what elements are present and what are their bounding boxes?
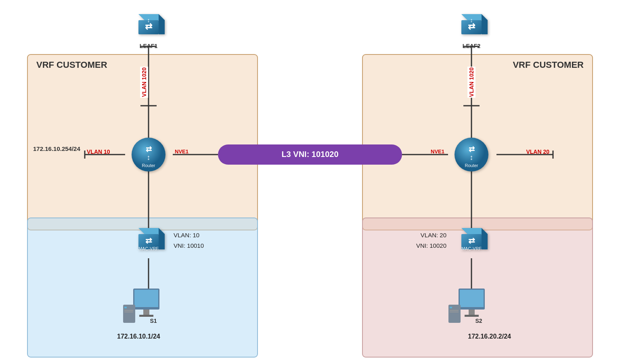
left-router-node: ⇄ ↕ Router <box>128 136 169 174</box>
right-vrf-label: VRF CUSTOMER <box>513 60 584 70</box>
svg-text:S1: S1 <box>150 318 157 324</box>
svg-text:⇄: ⇄ <box>146 145 152 153</box>
left-vlan10-label: VLAN 10 <box>87 149 110 155</box>
svg-text:Router: Router <box>142 163 155 168</box>
svg-text:L3 VNI: 101020: L3 VNI: 101020 <box>281 150 338 159</box>
svg-text:⇄: ⇄ <box>145 236 152 245</box>
leaf1-label: LEAF1 <box>128 43 169 49</box>
diagram-container: L3 VNI: 101020 ⇄ ↕ LEAF1 <box>0 0 620 364</box>
left-nve-label: NVE1 <box>175 149 189 155</box>
right-server-icon: S2 <box>446 287 499 327</box>
right-macvrf-icon: ⇄ MAC-VRF <box>453 222 490 256</box>
left-vni-value: VNI: 10010 <box>174 241 204 251</box>
svg-text:⇄: ⇄ <box>468 236 475 245</box>
svg-marker-29 <box>482 14 488 34</box>
left-router-icon: ⇄ ↕ Router <box>128 136 169 173</box>
svg-text:↕: ↕ <box>147 17 150 23</box>
right-server-ip: 172.16.20.2/24 <box>468 333 511 340</box>
svg-text:↕: ↕ <box>147 153 151 161</box>
svg-rect-65 <box>450 310 459 311</box>
svg-rect-66 <box>450 312 459 312</box>
svg-text:MAC-VRF: MAC-VRF <box>461 246 482 251</box>
leaf2-icon: ⇄ ↕ <box>453 8 490 40</box>
svg-rect-53 <box>139 315 153 317</box>
left-server-icon: S1 <box>121 287 174 327</box>
left-server-node: S1 <box>121 287 174 328</box>
svg-rect-56 <box>124 310 133 311</box>
right-vlan-info: VLAN: 20 <box>416 230 446 241</box>
right-vlan1020-label: VLAN 1020 <box>467 67 475 98</box>
svg-marker-42 <box>159 228 165 249</box>
svg-rect-55 <box>124 307 127 308</box>
leaf1-node: ⇄ ↕ LEAF1 <box>128 8 169 49</box>
svg-rect-57 <box>124 312 133 312</box>
svg-rect-51 <box>134 290 158 307</box>
svg-text:Router: Router <box>465 163 478 168</box>
leaf1-icon: ⇄ ↕ <box>130 8 167 40</box>
svg-rect-60 <box>460 290 484 307</box>
svg-text:S2: S2 <box>475 318 482 324</box>
left-server-ip: 172.16.10.1/24 <box>117 333 160 340</box>
left-vrf-label: VRF CUSTOMER <box>36 60 107 70</box>
svg-text:MAC-VRF: MAC-VRF <box>138 246 159 251</box>
svg-text:↕: ↕ <box>470 153 473 161</box>
left-vlan1020-label: VLAN 1020 <box>140 67 148 98</box>
svg-rect-62 <box>465 315 479 317</box>
left-vni-info: VLAN: 10 VNI: 10010 <box>174 230 204 251</box>
right-router-node: ⇄ ↕ Router <box>451 136 492 174</box>
right-nve-label: NVE1 <box>431 149 444 155</box>
left-macvrf-icon: ⇄ MAC-VRF <box>130 222 167 256</box>
svg-rect-52 <box>143 310 149 315</box>
right-vlan20-label: VLAN 20 <box>526 149 549 155</box>
svg-text:⇄: ⇄ <box>469 145 475 153</box>
svg-marker-47 <box>482 228 488 249</box>
left-macvrf-node: ⇄ MAC-VRF <box>128 222 169 258</box>
right-vni-value: VNI: 10020 <box>416 241 446 251</box>
svg-marker-24 <box>159 14 165 34</box>
right-server-node: S2 <box>446 287 499 328</box>
leaf2-node: ⇄ ↕ LEAF2 <box>451 8 492 49</box>
leaf2-label: LEAF2 <box>451 43 492 49</box>
connections-svg: L3 VNI: 101020 <box>0 0 620 364</box>
right-macvrf-node: ⇄ MAC-VRF <box>451 222 492 258</box>
svg-text:↕: ↕ <box>470 17 473 23</box>
right-router-icon: ⇄ ↕ Router <box>451 136 492 173</box>
left-vlan-info: VLAN: 10 <box>174 230 204 241</box>
svg-rect-64 <box>450 307 452 308</box>
right-vni-info: VLAN: 20 VNI: 10020 <box>416 230 446 251</box>
left-ip-label: 172.16.10.254/24 <box>33 145 80 152</box>
svg-rect-61 <box>469 310 475 315</box>
